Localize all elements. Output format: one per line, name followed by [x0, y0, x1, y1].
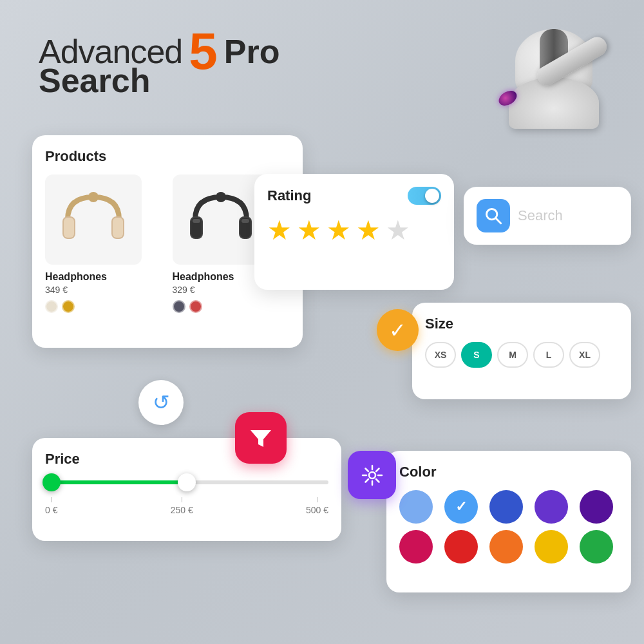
price-slider-fill — [45, 480, 187, 484]
svg-rect-3 — [113, 218, 123, 238]
search-icon — [484, 207, 502, 225]
toggle-thumb — [425, 189, 439, 203]
price-max-label: 500 € — [306, 505, 328, 515]
product-color-dot[interactable] — [62, 300, 75, 313]
headphone-gold-svg — [55, 184, 132, 255]
products-title: Products — [45, 148, 290, 165]
svg-line-13 — [496, 218, 501, 223]
size-m[interactable]: M — [497, 342, 528, 368]
color-title: Color — [399, 464, 618, 480]
size-options: XS S M L XL — [425, 342, 618, 368]
color-red[interactable] — [444, 530, 478, 564]
price-thumb-right[interactable] — [178, 473, 196, 491]
color-violet[interactable] — [535, 490, 568, 524]
size-title: Size — [425, 316, 618, 332]
size-xs[interactable]: XS — [425, 342, 456, 368]
color-dark-blue[interactable] — [489, 490, 523, 524]
star-3[interactable]: ★ — [327, 214, 351, 246]
color-orange[interactable] — [489, 530, 523, 564]
color-blue-selected[interactable]: ✓ — [444, 490, 478, 524]
telescope-illustration — [496, 6, 625, 135]
price-card: Price 0 € 250 € 500 € — [32, 438, 341, 541]
settings-button[interactable] — [348, 451, 396, 499]
color-crimson[interactable] — [399, 530, 433, 564]
product-price-1: 349 € — [45, 285, 163, 295]
svg-line-23 — [376, 468, 379, 471]
headphone-black-svg — [182, 184, 260, 255]
product-name-1: Headphones — [45, 271, 163, 283]
check-icon: ✓ — [389, 318, 406, 343]
search-placeholder[interactable]: Search — [518, 207, 563, 224]
search-card: Search — [464, 187, 631, 245]
rating-card: Rating ★ ★ ★ ★ ★ — [254, 174, 454, 290]
rating-toggle[interactable] — [408, 187, 441, 205]
settings-icon — [360, 463, 384, 488]
price-label-mid: 250 € — [171, 497, 193, 515]
title-search: Search — [39, 61, 150, 100]
dome-base — [509, 77, 599, 129]
size-l[interactable]: L — [533, 342, 564, 368]
svg-rect-10 — [193, 219, 200, 223]
svg-rect-1 — [64, 218, 74, 238]
svg-line-20 — [365, 468, 368, 471]
svg-rect-11 — [242, 219, 249, 223]
product-item-1: Headphones 349 € — [45, 175, 163, 313]
star-2[interactable]: ★ — [297, 214, 321, 246]
rating-title: Rating — [267, 187, 311, 204]
title-pro: Pro — [224, 32, 280, 71]
reset-button[interactable]: ↺ — [138, 380, 184, 425]
title-number: 5 — [189, 26, 218, 77]
color-green[interactable] — [580, 530, 613, 564]
svg-line-21 — [376, 479, 379, 482]
product-color-dot[interactable] — [45, 300, 58, 313]
star-4[interactable]: ★ — [356, 214, 381, 246]
star-5[interactable]: ★ — [386, 214, 410, 246]
reset-icon: ↺ — [153, 390, 170, 415]
products-grid: Headphones 349 € — [45, 175, 290, 313]
price-thumb-left[interactable] — [43, 473, 61, 491]
svg-point-4 — [88, 192, 99, 202]
price-label-min: 0 € — [45, 497, 57, 515]
size-xl[interactable]: XL — [569, 342, 600, 368]
product-image-1 — [45, 175, 142, 265]
price-labels: 0 € 250 € 500 € — [45, 497, 328, 515]
filter-button[interactable] — [235, 412, 287, 464]
svg-point-15 — [369, 472, 375, 478]
price-mid-label: 250 € — [171, 505, 193, 515]
star-1[interactable]: ★ — [267, 214, 292, 246]
color-purple[interactable] — [580, 490, 613, 524]
size-s[interactable]: S — [461, 342, 492, 368]
size-card: Size XS S M L XL — [412, 303, 631, 399]
check-badge[interactable]: ✓ — [377, 309, 419, 351]
product-colors-2 — [173, 300, 290, 313]
filter-icon — [248, 425, 274, 451]
color-light-blue[interactable] — [399, 490, 433, 524]
svg-line-22 — [365, 479, 368, 482]
product-color-dot[interactable] — [173, 300, 185, 313]
color-card: Color ✓ — [386, 451, 631, 592]
color-yellow[interactable] — [535, 530, 568, 564]
search-icon-box[interactable] — [477, 199, 510, 232]
price-min-label: 0 € — [45, 505, 57, 515]
price-slider-track[interactable] — [45, 480, 328, 484]
star-rating[interactable]: ★ ★ ★ ★ ★ — [267, 214, 441, 246]
color-check-icon: ✓ — [455, 498, 467, 515]
product-colors-1 — [45, 300, 163, 313]
svg-marker-14 — [251, 430, 271, 447]
product-color-dot[interactable] — [189, 300, 202, 313]
price-label-max: 500 € — [306, 497, 328, 515]
svg-point-9 — [216, 192, 226, 202]
rating-header: Rating — [267, 187, 441, 205]
color-grid: ✓ — [399, 490, 618, 564]
